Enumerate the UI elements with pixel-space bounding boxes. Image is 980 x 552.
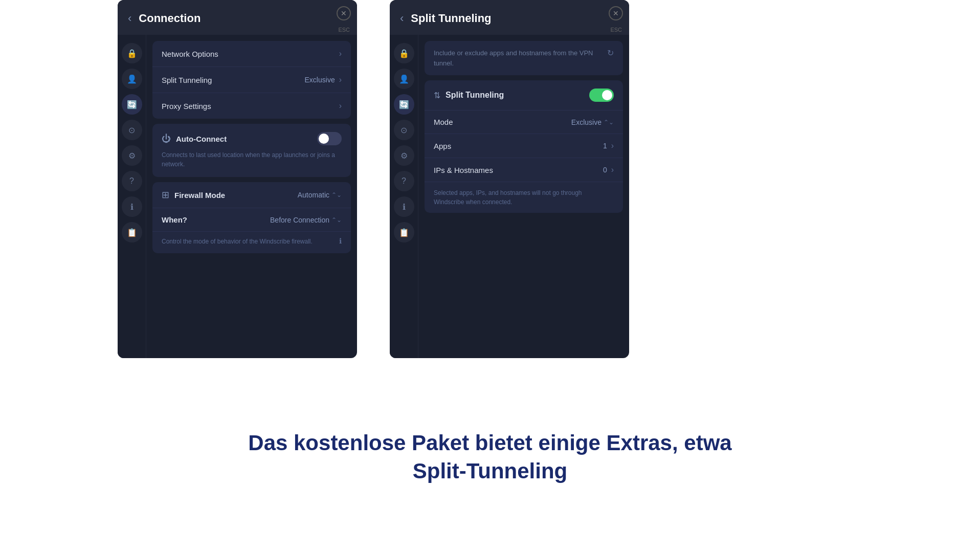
proxy-settings-item[interactable]: Proxy Settings › (152, 93, 351, 119)
network-options-label: Network Options (162, 50, 339, 58)
right-sidebar-icon-monitor[interactable]: ⊙ (394, 120, 414, 140)
left-panel: ‹ Connection ✕ ESC 🔒 👤 🔄 ⊙ ⚙ ? ℹ 📋 Netwo… (118, 0, 357, 358)
auto-connect-icon: ⏻ (162, 134, 171, 144)
split-tunneling-label: Split Tunneling (162, 76, 305, 84)
split-tunneling-value: Exclusive (305, 76, 335, 84)
firewall-desc-area: Control the mode of behavior of the Wind… (152, 232, 351, 253)
sidebar-icon-help[interactable]: ? (122, 171, 142, 191)
split-tunneling-info-card: Include or exclude apps and hostnames fr… (425, 41, 623, 75)
split-tunneling-info-text: Include or exclude apps and hostnames fr… (434, 48, 603, 68)
sidebar-icon-connection[interactable]: 🔄 (122, 94, 142, 115)
right-sidebar-icon-logs[interactable]: 📋 (394, 222, 414, 242)
sidebar-icon-lock[interactable]: 🔒 (122, 43, 142, 63)
right-sidebar: 🔒 👤 🔄 ⊙ ⚙ ? ℹ 📋 (390, 35, 418, 358)
firewall-mode-row[interactable]: ⊞ Firewall Mode Automatic ⌃⌄ (152, 182, 351, 208)
split-tunneling-toggle-row: ⇅ Split Tunneling (425, 80, 623, 111)
left-main-content: Network Options › Split Tunneling Exclus… (146, 35, 357, 358)
right-close-button[interactable]: ✕ (609, 6, 623, 20)
split-tunneling-chevron: › (339, 75, 342, 84)
auto-connect-toggle[interactable] (317, 132, 342, 145)
firewall-mode-label: Firewall Mode (174, 191, 298, 200)
ips-hostnames-label: IPs & Hostnames (434, 166, 603, 174)
sidebar-icon-user[interactable]: 👤 (122, 69, 142, 89)
apps-label: Apps (434, 142, 603, 150)
split-tunneling-mode-dropdown-icon: ⌃⌄ (604, 119, 614, 126)
ips-hostnames-chevron-icon: › (611, 165, 614, 174)
right-sidebar-icon-info[interactable]: ℹ (394, 196, 414, 217)
auto-connect-header: ⏻ Auto-Connect (162, 132, 342, 145)
right-sidebar-icon-user[interactable]: 👤 (394, 69, 414, 89)
right-esc-label: ESC (610, 27, 622, 33)
firewall-mode-dropdown-icon: ⌃⌄ (331, 191, 342, 198)
right-panel-body: 🔒 👤 🔄 ⊙ ⚙ ? ℹ 📋 Include or exclude apps … (390, 35, 629, 358)
proxy-settings-label: Proxy Settings (162, 102, 339, 111)
apps-row[interactable]: Apps 1 › (425, 134, 623, 158)
firewall-icon: ⊞ (162, 189, 169, 201)
ips-hostnames-count: 0 (603, 166, 607, 174)
network-options-item[interactable]: Network Options › (152, 41, 351, 67)
right-panel: ‹ Split Tunneling ✕ ESC 🔒 👤 🔄 ⊙ ⚙ ? ℹ 📋 … (390, 0, 629, 358)
proxy-settings-chevron: › (339, 101, 342, 111)
split-tunneling-toggle-knob (602, 90, 612, 100)
left-close-icon: ✕ (341, 9, 347, 17)
split-tunneling-mode-row[interactable]: Mode Exclusive ⌃⌄ (425, 111, 623, 134)
split-tunneling-bottom-note: Selected apps, IPs, and hostnames will n… (425, 182, 623, 213)
refresh-icon[interactable]: ↻ (607, 48, 614, 58)
network-options-chevron: › (339, 49, 342, 58)
right-panel-header: ‹ Split Tunneling ✕ ESC (390, 0, 629, 35)
firewall-mode-value: Automatic (298, 191, 329, 199)
sidebar-icon-logs[interactable]: 📋 (122, 222, 142, 242)
auto-connect-card: ⏻ Auto-Connect Connects to last used loc… (152, 124, 351, 177)
right-sidebar-icon-connection[interactable]: 🔄 (394, 94, 414, 115)
right-panel-title: Split Tunneling (411, 12, 619, 25)
right-close-icon: ✕ (613, 9, 619, 17)
auto-connect-toggle-knob (319, 134, 329, 144)
right-back-button[interactable]: ‹ (400, 12, 404, 25)
split-tunneling-mode-label: Mode (434, 118, 571, 126)
left-panel-body: 🔒 👤 🔄 ⊙ ⚙ ? ℹ 📋 Network Options › Split … (118, 35, 357, 358)
split-tunneling-settings-label: Split Tunneling (446, 91, 589, 100)
sidebar-icon-info[interactable]: ℹ (122, 196, 142, 217)
apps-chevron-icon: › (611, 141, 614, 150)
left-back-button[interactable]: ‹ (128, 12, 131, 25)
split-tunneling-mode-value: Exclusive (571, 118, 602, 126)
connection-menu-card: Network Options › Split Tunneling Exclus… (152, 41, 351, 119)
right-sidebar-icon-settings[interactable]: ⚙ (394, 145, 414, 166)
left-panel-title: Connection (139, 12, 347, 25)
firewall-info-icon[interactable]: ℹ (339, 237, 342, 245)
auto-connect-label: Auto-Connect (176, 135, 317, 143)
left-close-button[interactable]: ✕ (337, 6, 351, 20)
left-panel-header: ‹ Connection ✕ ESC (118, 0, 357, 35)
split-tunneling-settings-card: ⇅ Split Tunneling Mode Exclusive ⌃⌄ Apps… (425, 80, 623, 213)
firewall-when-label: When? (162, 215, 270, 224)
caption-area: Das kostenlose Paket bietet einige Extra… (0, 363, 980, 552)
apps-count: 1 (603, 142, 607, 150)
firewall-description: Control the mode of behavior of the Wind… (162, 237, 335, 246)
right-sidebar-icon-help[interactable]: ? (394, 171, 414, 191)
firewall-when-dropdown-icon: ⌃⌄ (331, 216, 342, 224)
auto-connect-description: Connects to last used location when the … (162, 150, 342, 169)
ips-hostnames-row[interactable]: IPs & Hostnames 0 › (425, 158, 623, 182)
caption-text: Das kostenlose Paket bietet einige Extra… (248, 429, 731, 485)
sidebar-icon-monitor[interactable]: ⊙ (122, 120, 142, 140)
left-sidebar: 🔒 👤 🔄 ⊙ ⚙ ? ℹ 📋 (118, 35, 146, 358)
firewall-card: ⊞ Firewall Mode Automatic ⌃⌄ When? Befor… (152, 182, 351, 253)
firewall-when-value: Before Connection (270, 216, 329, 224)
left-esc-label: ESC (338, 27, 350, 33)
split-tunneling-item[interactable]: Split Tunneling Exclusive › (152, 67, 351, 93)
split-tunneling-toggle[interactable] (589, 89, 614, 102)
right-main-content: Include or exclude apps and hostnames fr… (418, 35, 629, 358)
split-tunneling-icon: ⇅ (434, 91, 440, 100)
sidebar-icon-settings[interactable]: ⚙ (122, 145, 142, 166)
firewall-when-row[interactable]: When? Before Connection ⌃⌄ (152, 208, 351, 232)
right-sidebar-icon-lock[interactable]: 🔒 (394, 43, 414, 63)
